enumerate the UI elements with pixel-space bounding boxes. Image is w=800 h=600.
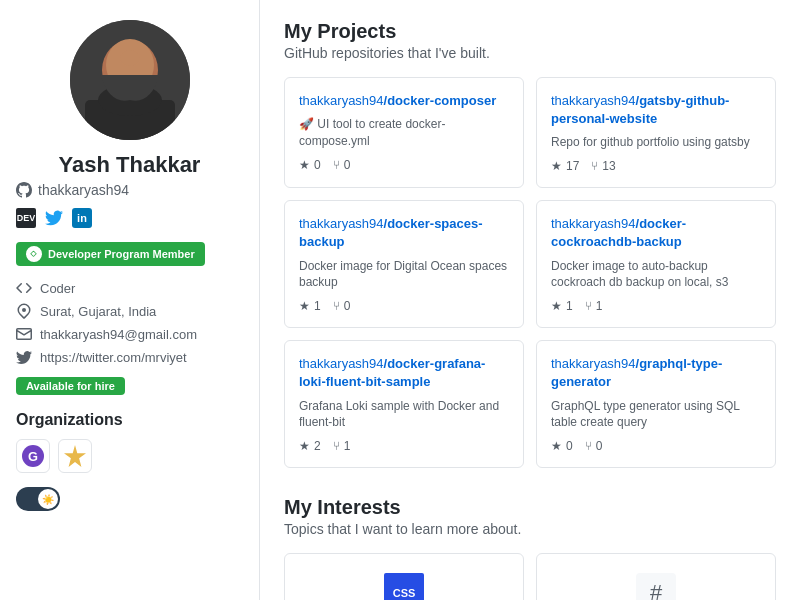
fork-icon-2 xyxy=(333,299,340,313)
project-repo-0: /docker-composer xyxy=(384,93,497,108)
project-card-0[interactable]: thakkaryash94/docker-composer 🚀 UI tool … xyxy=(284,77,524,188)
fork-icon-3 xyxy=(585,299,592,313)
fork-stat-4: 1 xyxy=(333,439,351,453)
project-desc-0: 🚀 UI tool to create docker-compose.yml xyxy=(299,116,509,150)
org-avatar-1[interactable]: G xyxy=(16,439,50,473)
project-desc-1: Repo for github portfolio using gatsby xyxy=(551,134,761,151)
fork-icon-1 xyxy=(591,159,598,173)
fork-stat-2: 0 xyxy=(333,299,351,313)
sun-icon: ☀️ xyxy=(42,494,54,505)
projects-grid: thakkaryash94/docker-composer 🚀 UI tool … xyxy=(284,77,776,468)
username-text: thakkaryash94 xyxy=(38,182,129,198)
project-owner-3: thakkaryash94 xyxy=(551,216,636,231)
main-content: My Projects GitHub repositories that I'v… xyxy=(260,0,800,600)
interests-header: My Interests Topics that I want to learn… xyxy=(284,496,776,537)
star-stat-2: 1 xyxy=(299,299,321,313)
svg-point-5 xyxy=(120,50,140,66)
theme-toggle[interactable]: ☀️ xyxy=(16,487,243,511)
css-logo: CSS xyxy=(384,573,424,600)
developer-badge-label: Developer Program Member xyxy=(48,248,195,260)
location-info: Surat, Gujarat, India xyxy=(16,303,243,319)
project-owner-1: thakkaryash94 xyxy=(551,93,636,108)
project-card-3[interactable]: thakkaryash94/docker-cockroachdb-backup … xyxy=(536,200,776,328)
star-icon-2 xyxy=(299,299,310,313)
project-title-4: thakkaryash94/docker-grafana-loki-fluent… xyxy=(299,355,509,391)
fork-icon-4 xyxy=(333,439,340,453)
project-card-1[interactable]: thakkaryash94/gatsby-github-personal-web… xyxy=(536,77,776,188)
dev-icon[interactable]: DEV xyxy=(16,208,36,228)
toggle-switch[interactable]: ☀️ xyxy=(16,487,60,511)
hash-logo: # xyxy=(636,573,676,600)
fork-count-0: 0 xyxy=(344,158,351,172)
interests-title: My Interests xyxy=(284,496,776,519)
linkedin-icon[interactable]: in xyxy=(72,208,92,228)
star-count-1: 17 xyxy=(566,159,579,173)
user-name: Yash Thakkar xyxy=(16,152,243,178)
fork-count-4: 1 xyxy=(344,439,351,453)
avatar xyxy=(70,20,190,140)
twitter-info: https://twitter.com/mrviyet xyxy=(16,349,243,365)
fork-stat-0: 0 xyxy=(333,158,351,172)
star-icon-3 xyxy=(551,299,562,313)
project-title-0: thakkaryash94/docker-composer xyxy=(299,92,509,110)
org-avatar-2[interactable] xyxy=(58,439,92,473)
fork-count-5: 0 xyxy=(596,439,603,453)
project-owner-2: thakkaryash94 xyxy=(299,216,384,231)
project-title-5: thakkaryash94/graphql-type-generator xyxy=(551,355,761,391)
star-icon-0 xyxy=(299,158,310,172)
fork-stat-3: 1 xyxy=(585,299,603,313)
org-icons: G xyxy=(16,439,243,473)
project-stats-2: 1 0 xyxy=(299,299,509,313)
star-icon-1 xyxy=(551,159,562,173)
project-stats-5: 0 0 xyxy=(551,439,761,453)
star-count-5: 0 xyxy=(566,439,573,453)
interest-card-css[interactable]: CSS xyxy=(284,553,524,600)
project-desc-5: GraphQL type generator using SQL table c… xyxy=(551,398,761,432)
fork-icon-5 xyxy=(585,439,592,453)
developer-badge: Developer Program Member xyxy=(16,242,205,266)
star-icon-5 xyxy=(551,439,562,453)
twitter-label: https://twitter.com/mrviyet xyxy=(40,350,187,365)
toggle-knob: ☀️ xyxy=(38,489,58,509)
organizations-title: Organizations xyxy=(16,411,243,429)
twitter-info-icon xyxy=(16,349,32,365)
project-title-2: thakkaryash94/docker-spaces-backup xyxy=(299,215,509,251)
project-desc-4: Grafana Loki sample with Docker and flue… xyxy=(299,398,509,432)
project-card-4[interactable]: thakkaryash94/docker-grafana-loki-fluent… xyxy=(284,340,524,468)
project-owner-5: thakkaryash94 xyxy=(551,356,636,371)
avatar-container xyxy=(16,20,243,140)
star-count-4: 2 xyxy=(314,439,321,453)
project-desc-2: Docker image for Digital Ocean spaces ba… xyxy=(299,258,509,292)
star-stat-0: 0 xyxy=(299,158,321,172)
user-login: thakkaryash94 xyxy=(16,182,243,198)
coder-label: Coder xyxy=(40,281,75,296)
fork-icon-0 xyxy=(333,158,340,172)
star-stat-5: 0 xyxy=(551,439,573,453)
interest-card-hash[interactable]: # xyxy=(536,553,776,600)
email-icon xyxy=(16,326,32,342)
email-label: thakkaryash94@gmail.com xyxy=(40,327,197,342)
project-card-2[interactable]: thakkaryash94/docker-spaces-backup Docke… xyxy=(284,200,524,328)
project-card-5[interactable]: thakkaryash94/graphql-type-generator Gra… xyxy=(536,340,776,468)
fork-stat-1: 13 xyxy=(591,159,615,173)
sidebar: Yash Thakkar thakkaryash94 DEV in Develo… xyxy=(0,0,260,600)
star-stat-3: 1 xyxy=(551,299,573,313)
star-count-2: 1 xyxy=(314,299,321,313)
star-count-0: 0 xyxy=(314,158,321,172)
project-stats-3: 1 1 xyxy=(551,299,761,313)
projects-header: My Projects GitHub repositories that I'v… xyxy=(284,20,776,61)
info-list: Coder Surat, Gujarat, India thakkaryash9… xyxy=(16,280,243,365)
star-stat-4: 2 xyxy=(299,439,321,453)
interests-subtitle: Topics that I want to learn more about. xyxy=(284,521,776,537)
github-icon xyxy=(16,182,32,198)
twitter-icon[interactable] xyxy=(44,208,64,228)
fork-count-2: 0 xyxy=(344,299,351,313)
project-stats-4: 2 1 xyxy=(299,439,509,453)
project-desc-3: Docker image to auto-backup cockroach db… xyxy=(551,258,761,292)
coder-icon xyxy=(16,280,32,296)
project-stats-1: 17 13 xyxy=(551,159,761,173)
project-title-1: thakkaryash94/gatsby-github-personal-web… xyxy=(551,92,761,128)
fork-count-3: 1 xyxy=(596,299,603,313)
coder-info: Coder xyxy=(16,280,243,296)
project-stats-0: 0 0 xyxy=(299,158,509,172)
